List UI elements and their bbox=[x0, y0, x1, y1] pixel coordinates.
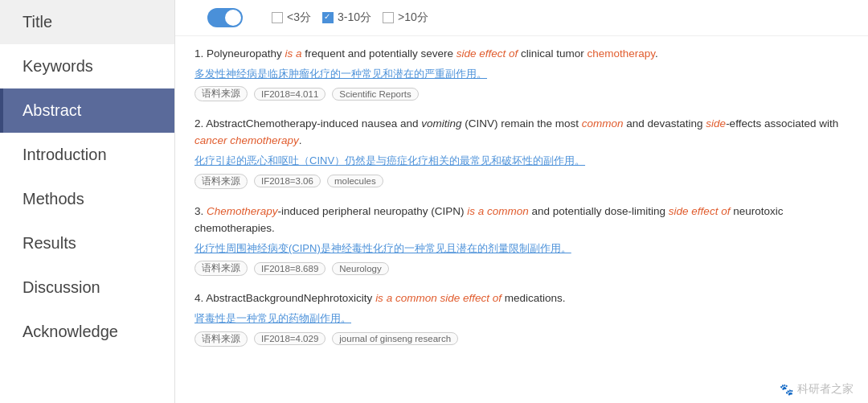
en-text-part: . bbox=[655, 47, 658, 60]
main-content: <3分 3-10分 >10分 1. Polyneuropathy is a fr… bbox=[175, 0, 868, 403]
toolbar: <3分 3-10分 >10分 bbox=[175, 0, 868, 36]
en-text-part: side effect of bbox=[457, 47, 518, 60]
source-tag[interactable]: 语料来源 bbox=[194, 331, 248, 347]
en-text-part: frequent and potentially severe bbox=[302, 47, 457, 60]
item-number: 1. bbox=[194, 47, 207, 60]
en-text-part: is a common bbox=[467, 205, 529, 217]
if-tag: IF2018=8.689 bbox=[254, 262, 326, 275]
list-item: 1. Polyneuropathy is a frequent and pote… bbox=[194, 46, 854, 101]
en-text-part: Chemotherapy bbox=[207, 205, 278, 217]
source-tag[interactable]: 语料来源 bbox=[194, 86, 248, 101]
en-text-part: side effect of bbox=[669, 205, 731, 217]
item-meta-row: 语料来源IF2018=4.011Scientific Reports bbox=[194, 86, 854, 101]
en-text-part: side bbox=[706, 117, 726, 130]
en-text-part: -induced peripheral neuropathy (CIPN) bbox=[278, 205, 468, 217]
sidebar-item-keywords[interactable]: Keywords bbox=[0, 44, 174, 88]
en-text-part: vomiting bbox=[421, 117, 461, 130]
list-item: 4. AbstractBackgroundNephrotoxicity is a… bbox=[194, 290, 854, 346]
en-text-part: (CINV) remain the most bbox=[461, 117, 581, 130]
item-cn-text: 化疗引起的恶心和呕吐（CINV）仍然是与癌症化疗相关的最常见和破坏性的副作用。 bbox=[194, 153, 854, 169]
en-text-part: AbstractBackgroundNephrotoxicity bbox=[206, 292, 375, 304]
item-en-text: 3. Chemotherapy-induced peripheral neuro… bbox=[194, 204, 854, 237]
list-item: 2. AbstractChemotherapy-induced nausea a… bbox=[194, 116, 854, 188]
filter-lt3-label: <3分 bbox=[287, 10, 311, 25]
sidebar: TitleKeywordsAbstractIntroductionMethods… bbox=[0, 0, 175, 403]
filter-gt10[interactable]: >10分 bbox=[383, 10, 428, 25]
content-list: 1. Polyneuropathy is a frequent and pote… bbox=[175, 36, 868, 379]
en-text-part: . bbox=[299, 134, 302, 146]
item-en-text: 4. AbstractBackgroundNephrotoxicity is a… bbox=[194, 290, 854, 307]
filter-3to10-checkbox[interactable] bbox=[322, 12, 334, 23]
en-text-part: and potentially dose-limiting bbox=[529, 205, 669, 217]
filter-gt10-label: >10分 bbox=[398, 10, 428, 25]
filter-3to10-label: 3-10分 bbox=[338, 10, 371, 25]
list-item: 3. Chemotherapy-induced peripheral neuro… bbox=[194, 204, 854, 276]
filter-3to10[interactable]: 3-10分 bbox=[322, 10, 371, 25]
watermark: 🐾科研者之家 bbox=[175, 379, 868, 403]
item-number: 3. bbox=[194, 205, 207, 217]
item-en-text: 2. AbstractChemotherapy-induced nausea a… bbox=[194, 116, 854, 150]
en-text-part: chemotherapy bbox=[588, 47, 656, 60]
journal-tag: molecules bbox=[327, 175, 383, 187]
en-text-part: clinical tumor bbox=[518, 47, 587, 60]
en-text-part: common bbox=[582, 117, 624, 130]
sidebar-item-abstract[interactable]: Abstract bbox=[0, 88, 174, 133]
filter-lt3[interactable]: <3分 bbox=[272, 10, 311, 25]
en-text-part: -effects associated with bbox=[726, 117, 838, 130]
en-text-part: is a common side effect of bbox=[375, 292, 502, 304]
source-tag[interactable]: 语料来源 bbox=[194, 174, 248, 189]
filter-lt3-checkbox[interactable] bbox=[272, 12, 283, 23]
sidebar-item-results[interactable]: Results bbox=[0, 221, 174, 265]
item-number: 4. bbox=[194, 292, 206, 304]
filter-gt10-checkbox[interactable] bbox=[383, 12, 394, 23]
journal-tag: Scientific Reports bbox=[332, 88, 418, 101]
en-text-part: medications. bbox=[502, 292, 566, 304]
journal-tag: Neurology bbox=[332, 262, 388, 275]
watermark-icon: 🐾 bbox=[780, 383, 793, 396]
item-en-text: 1. Polyneuropathy is a frequent and pote… bbox=[194, 46, 854, 63]
item-meta-row: 语料来源IF2018=8.689Neurology bbox=[194, 261, 854, 276]
item-number: 2. bbox=[194, 117, 206, 130]
if-tag: IF2018=3.06 bbox=[254, 175, 321, 187]
sidebar-item-introduction[interactable]: Introduction bbox=[0, 133, 174, 177]
item-cn-text: 化疗性周围神经病变(CIPN)是神经毒性化疗的一种常见且潜在的剂量限制副作用。 bbox=[194, 241, 854, 257]
if-tag: IF2018=4.029 bbox=[254, 332, 326, 345]
journal-tag: journal of ginseng research bbox=[332, 332, 458, 345]
filter-group: <3分 3-10分 >10分 bbox=[272, 10, 428, 25]
sidebar-item-methods[interactable]: Methods bbox=[0, 177, 174, 221]
translate-toggle[interactable] bbox=[207, 8, 243, 27]
en-text-part: cancer chemotherapy bbox=[194, 134, 299, 146]
sidebar-item-title[interactable]: Title bbox=[0, 0, 174, 44]
sidebar-item-discussion[interactable]: Discussion bbox=[0, 265, 174, 310]
item-cn-text: 多发性神经病是临床肿瘤化疗的一种常见和潜在的严重副作用。 bbox=[194, 66, 854, 82]
item-meta-row: 语料来源IF2018=4.029journal of ginseng resea… bbox=[194, 331, 854, 347]
en-text-part: is a bbox=[285, 47, 302, 60]
en-text-part: and devastating bbox=[624, 117, 706, 130]
en-text-part: Polyneuropathy bbox=[207, 47, 285, 60]
item-meta-row: 语料来源IF2018=3.06molecules bbox=[194, 174, 854, 189]
item-cn-text: 肾毒性是一种常见的药物副作用。 bbox=[194, 310, 854, 327]
source-tag[interactable]: 语料来源 bbox=[194, 261, 248, 276]
sidebar-item-acknowledge[interactable]: Acknowledge bbox=[0, 310, 174, 354]
if-tag: IF2018=4.011 bbox=[254, 88, 326, 101]
en-text-part: AbstractChemotherapy-induced nausea and bbox=[206, 117, 421, 130]
watermark-text: 科研者之家 bbox=[797, 382, 854, 397]
